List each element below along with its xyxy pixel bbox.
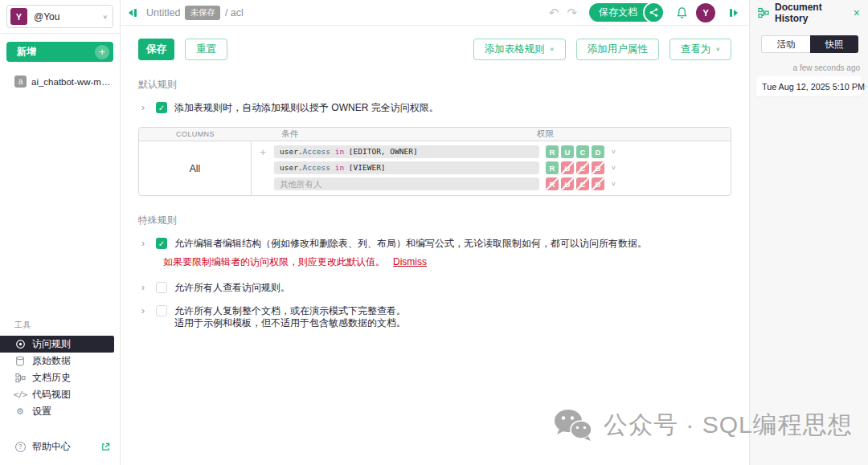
owner-rule-text: 添加表规则时，自动添加规则以授予 OWNER 完全访问权限。 bbox=[174, 102, 439, 114]
doc-title[interactable]: Untitled bbox=[146, 7, 180, 18]
view-as-button[interactable]: 查看为 ∨ bbox=[669, 39, 731, 60]
special-rule-row-3: › 允许所有人复制整个文档，或在演示模式下完整查看。 适用于示例和模板，但不适用… bbox=[141, 305, 731, 329]
tool-label: 访问规则 bbox=[32, 337, 71, 351]
left-sidebar: Y @You ∨ 新增 + a ai_chatbot-ww-monthly-20… bbox=[0, 0, 121, 465]
special-rule-row-1: › ✓ 允许编辑者编辑结构（例如修改和删除表、列、布局）和编写公式，无论读取限制… bbox=[141, 238, 731, 250]
panel-header: Document History × bbox=[750, 0, 868, 26]
columns-header: COLUMNS bbox=[139, 130, 252, 138]
more-options-icon[interactable]: ··· bbox=[865, 82, 868, 91]
panel-title: Document History bbox=[775, 2, 854, 24]
copy-doc-checkbox[interactable] bbox=[156, 305, 167, 316]
condition-input[interactable]: user.Access in [EDITOR, OWNER] bbox=[274, 145, 539, 158]
permission-badges: R U C D bbox=[546, 177, 604, 190]
chevron-right-icon[interactable]: › bbox=[141, 305, 153, 316]
sidebar-item-settings[interactable]: ⚙ 设置 bbox=[0, 403, 114, 420]
perm-read-badge[interactable]: R bbox=[546, 145, 559, 158]
perm-update-badge[interactable]: U bbox=[561, 145, 574, 158]
snapshot-item[interactable]: Tue Aug 12, 2025 5:10 PM ··· bbox=[756, 76, 862, 96]
tool-label: 设置 bbox=[32, 405, 51, 418]
bell-icon[interactable] bbox=[676, 6, 688, 19]
view-rules-checkbox[interactable] bbox=[156, 282, 167, 293]
main-content: 保存 重置 添加表格规则 ∨ 添加用户属性 查看为 ∨ 默认规则 › ✓ 添加表… bbox=[121, 26, 749, 465]
center-column: Untitled 未保存 / acl ↶ ↷ 保存文档 Y 保存 bbox=[121, 0, 749, 465]
sidebar-divider bbox=[0, 33, 120, 34]
save-button[interactable]: 保存 bbox=[138, 39, 174, 60]
dismiss-link[interactable]: Dismiss bbox=[393, 256, 427, 267]
acl-rules-table: COLUMNS 条件 权限 All + user.Access in [EDIT… bbox=[138, 127, 731, 196]
perm-update-badge[interactable]: U bbox=[561, 161, 574, 174]
condition-input[interactable]: 其他所有人 bbox=[274, 177, 539, 190]
tools-section-label: 工具 bbox=[14, 320, 120, 331]
app-window: Y @You ∨ 新增 + a ai_chatbot-ww-monthly-20… bbox=[0, 0, 868, 465]
sidebar-item-document[interactable]: a ai_chatbot-ww-monthly-20... bbox=[14, 75, 115, 88]
perm-delete-badge[interactable]: D bbox=[592, 177, 604, 190]
perm-delete-badge[interactable]: D bbox=[592, 161, 604, 174]
chevron-down-icon: ∨ bbox=[550, 47, 555, 52]
account-label: @You bbox=[34, 11, 102, 22]
add-table-rules-button[interactable]: 添加表格规则 ∨ bbox=[473, 39, 566, 60]
perm-create-badge[interactable]: C bbox=[576, 145, 589, 158]
chevron-right-icon[interactable]: › bbox=[141, 282, 153, 293]
perm-read-badge[interactable]: R bbox=[546, 161, 559, 174]
close-icon[interactable]: × bbox=[854, 8, 860, 18]
add-rule-icon[interactable]: + bbox=[252, 146, 274, 158]
redo-icon[interactable]: ↷ bbox=[567, 6, 577, 20]
add-new-label: 新增 bbox=[17, 45, 95, 59]
scope-cell: All bbox=[139, 141, 252, 195]
sidebar-item-raw-data[interactable]: 原始数据 bbox=[0, 353, 114, 369]
acl-table-body: All + user.Access in [EDITOR, OWNER] R U… bbox=[139, 141, 731, 195]
collapse-sidebar-icon[interactable] bbox=[127, 8, 138, 18]
chevron-right-icon[interactable]: › bbox=[141, 238, 153, 249]
document-icon: a bbox=[14, 75, 27, 88]
add-new-button[interactable]: 新增 + bbox=[6, 42, 113, 62]
condition-input[interactable]: user.Access in [VIEWER] bbox=[274, 161, 539, 174]
save-document-button[interactable]: 保存文档 bbox=[589, 3, 658, 22]
special-rule-2-text: 允许所有人查看访问规则。 bbox=[174, 282, 290, 294]
permission-badges: R U C D bbox=[546, 161, 604, 174]
tool-label: 文档历史 bbox=[32, 371, 71, 385]
account-avatar: Y bbox=[10, 8, 27, 25]
condition-header: 条件 bbox=[281, 128, 298, 140]
chevron-down-icon[interactable]: ∨ bbox=[611, 165, 616, 171]
editor-structure-checkbox[interactable]: ✓ bbox=[156, 238, 167, 249]
sidebar-item-code-view[interactable]: </> 代码视图 bbox=[0, 386, 114, 403]
sidebar-item-document-history[interactable]: 文档历史 bbox=[0, 369, 114, 386]
perm-create-badge[interactable]: C bbox=[576, 161, 589, 174]
owner-rule-checkbox[interactable]: ✓ bbox=[156, 102, 167, 113]
tab-snapshots[interactable]: 快照 bbox=[810, 35, 858, 53]
share-icon[interactable] bbox=[643, 2, 665, 23]
perm-delete-badge[interactable]: D bbox=[592, 145, 604, 158]
acl-rule-row: user.Access in [VIEWER] R U C D ∨ bbox=[252, 161, 724, 174]
code-icon: </> bbox=[14, 390, 26, 400]
help-icon: ? bbox=[14, 442, 26, 452]
special-rule-3-text: 允许所有人复制整个文档，或在演示模式下完整查看。 适用于示例和模板，但不适用于包… bbox=[174, 305, 406, 329]
sidebar-item-access-rules[interactable]: 访问规则 bbox=[0, 336, 114, 353]
document-history-panel: Document History × 活动 快照 a few seconds a… bbox=[749, 0, 868, 465]
time-ago-label: a few seconds ago bbox=[750, 63, 860, 72]
tool-label: 原始数据 bbox=[32, 354, 71, 368]
perm-create-badge[interactable]: C bbox=[576, 177, 589, 190]
add-user-attribute-button[interactable]: 添加用户属性 bbox=[576, 39, 659, 60]
plus-circle-icon: + bbox=[95, 45, 109, 59]
permission-header: 权限 bbox=[537, 128, 554, 140]
chevron-down-icon[interactable]: ∨ bbox=[611, 181, 616, 187]
acl-table-header: COLUMNS 条件 权限 bbox=[139, 128, 731, 141]
chevron-right-icon[interactable]: › bbox=[141, 102, 153, 113]
account-switcher[interactable]: Y @You ∨ bbox=[6, 5, 113, 28]
chevron-down-icon[interactable]: ∨ bbox=[611, 149, 616, 155]
help-label: 帮助中心 bbox=[32, 440, 101, 454]
document-name: ai_chatbot-ww-monthly-20... bbox=[31, 77, 115, 87]
user-avatar[interactable]: Y bbox=[696, 3, 715, 22]
undo-icon[interactable]: ↶ bbox=[549, 6, 559, 20]
chevron-down-icon: ∨ bbox=[102, 14, 108, 19]
eye-icon bbox=[14, 339, 26, 349]
reset-button[interactable]: 重置 bbox=[185, 39, 227, 60]
breadcrumb: / acl bbox=[225, 7, 244, 18]
permission-badges: R U C D bbox=[546, 145, 604, 158]
sidebar-item-help-center[interactable]: ? 帮助中心 bbox=[0, 438, 120, 455]
tab-activity[interactable]: 活动 bbox=[761, 35, 810, 53]
perm-read-badge[interactable]: R bbox=[546, 177, 559, 190]
perm-update-badge[interactable]: U bbox=[561, 177, 574, 190]
snapshot-time: Tue Aug 12, 2025 5:10 PM bbox=[762, 82, 865, 92]
expand-panel-icon[interactable] bbox=[728, 8, 739, 18]
